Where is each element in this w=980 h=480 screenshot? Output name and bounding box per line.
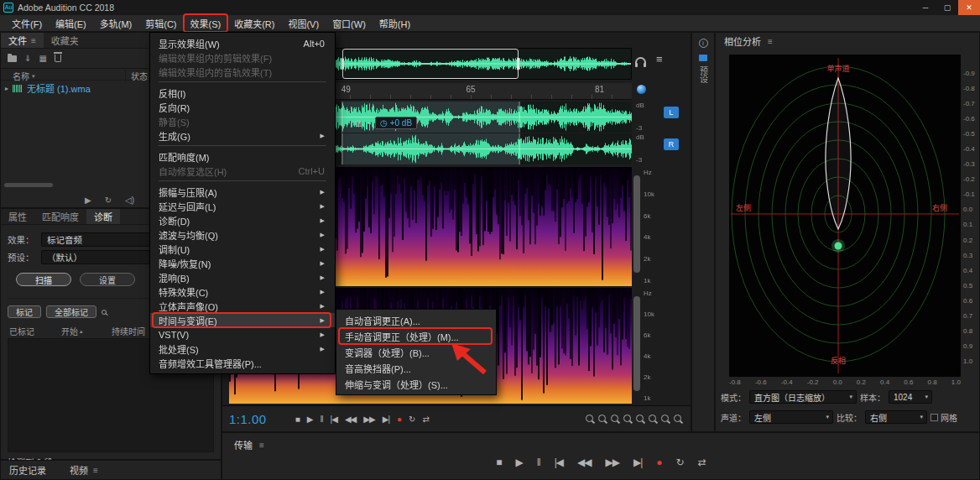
skip-to-end-button[interactable]: ▶| [633,457,642,468]
skip-to-start-button[interactable]: |◀ [331,415,337,424]
hud-gain-control[interactable]: ◷ +0 dB [375,117,417,129]
effects-menu-item[interactable]: 振幅与压限(A)▶ [150,185,335,199]
media-browser-icon[interactable]: ▦ [39,54,46,63]
pitch-submenu-item[interactable]: 自动音调更正(A)... [336,312,496,328]
effects-menu-item[interactable]: 混响(B)▶ [150,270,335,284]
record-button[interactable]: ● [656,457,661,468]
column-name[interactable]: 名称 ▾ [13,70,35,82]
info-icon[interactable]: i [699,39,708,48]
menubar-item-help[interactable]: 帮助(H) [373,15,417,31]
pause-button[interactable]: ‖ [320,415,322,424]
range-left-handle[interactable] [341,58,344,70]
column-status[interactable]: 状态 [125,70,148,82]
effects-menu-item[interactable]: 音频增效工具管理器(P)... [150,356,335,370]
effects-menu-item[interactable]: 时间与变调(E)▶ [150,313,335,327]
effects-menu-item[interactable]: 特殊效果(C)▶ [150,284,335,299]
record-button[interactable]: ● [397,415,401,424]
effects-menu-item[interactable]: VST(V)▶ [150,327,335,342]
preview-loop-button[interactable]: ↻ [105,196,112,205]
search-icon[interactable] [102,310,107,315]
zoom-in-time-button[interactable] [585,414,596,425]
zoom-in-amplitude-button[interactable] [610,414,621,425]
phase-scope[interactable]: 单声道 左侧 右侧 反相 [729,55,961,377]
vertical-scrollbar[interactable] [633,175,640,273]
loop-playback-button[interactable]: ↻ [676,457,684,468]
settings-button[interactable]: 设置 [80,273,135,286]
tab-video[interactable]: 视频 ≡ [70,463,98,477]
effects-menu-item[interactable]: 匹配响度(M) [150,149,335,164]
column-duration[interactable]: 持续时间 [112,325,145,337]
effects-menu-item[interactable]: 反向(R) [150,100,335,114]
preview-play-button[interactable]: ▶ [85,196,91,205]
stop-button[interactable]: ■ [295,415,300,424]
menubar-item-edit[interactable]: 编辑(E) [49,15,93,31]
range-right-handle[interactable] [517,58,519,70]
menubar-item-file[interactable]: 文件(F) [5,15,49,31]
channel-select[interactable]: 左侧 ▾ [749,410,833,424]
rewind-button[interactable]: ◀◀ [345,415,356,424]
import-file-icon[interactable]: ⇓ [24,54,31,63]
vertical-scrollbar[interactable] [633,296,640,391]
shuttle-button[interactable]: ⇄ [422,415,428,424]
fast-forward-button[interactable]: ▶▶ [606,457,619,468]
menubar-item-view[interactable]: 视图(V) [281,15,326,31]
grid-checkbox[interactable] [930,414,938,421]
maximize-button[interactable]: ▢ [936,0,958,15]
mode-select[interactable]: 直方图（日志缩放） ▾ [749,390,857,404]
globe-icon[interactable] [637,85,646,94]
pitch-submenu-item[interactable]: 伸缩与变调（处理）(S)... [336,376,496,392]
effects-menu-item[interactable]: 滤波与均衡(Q)▶ [150,227,335,242]
zoom-full-button[interactable] [673,414,684,425]
tab-properties[interactable]: 属性 [1,209,34,224]
open-file-icon[interactable] [8,55,17,62]
panel-menu-icon[interactable]: ≡ [93,466,98,475]
skip-to-end-button[interactable]: ▶| [383,415,389,424]
tab-match-loudness[interactable]: 匹配响度 [34,209,86,224]
effects-menu-item[interactable]: 降噪/恢复(N)▶ [150,256,335,270]
list-icon[interactable]: ≡ [656,53,663,65]
effects-menu-item[interactable]: 诊断(D)▶ [150,213,335,227]
samples-select[interactable]: 1024 ▾ [889,390,932,404]
menubar-item-effects[interactable]: 效果(S) [184,15,228,31]
volume-knob-icon[interactable]: ◔ [367,119,371,128]
zoom-to-out-point-button[interactable] [648,414,659,425]
expand-chevron-icon[interactable]: ▸ [5,85,8,92]
tab-favorites[interactable]: 收藏夹 [44,33,86,48]
effects-menu-item[interactable]: 延迟与回声(L)▶ [150,199,335,213]
panel-menu-icon[interactable]: ≡ [259,441,264,450]
grid-toggle[interactable]: 网格 [930,411,959,424]
minimize-button[interactable]: ─ [915,0,936,15]
column-start[interactable]: 开始 ▴ [61,325,83,337]
panel-icon[interactable] [699,55,707,61]
close-button[interactable]: ✕ [958,0,980,15]
zoom-out-amplitude-button[interactable] [623,414,633,425]
presets-collapsed-tab[interactable]: 预设 [697,66,710,83]
panel-menu-icon[interactable]: ≡ [768,37,773,46]
tab-files[interactable]: 文件 ≡ [1,33,44,48]
zoom-out-time-button[interactable] [597,414,608,425]
effects-menu-item[interactable]: 调制(U)▶ [150,242,335,256]
horizontal-scrollbar[interactable] [4,183,53,187]
left-channel-button[interactable]: L [664,107,679,118]
scan-button[interactable]: 扫描 [16,273,71,286]
effects-menu-item[interactable]: 编辑效果组内的音轨效果(T) [150,65,335,79]
tab-diagnostics[interactable]: 诊断 [86,209,120,224]
effects-menu-item[interactable]: 反相(I) [150,86,335,100]
mark-button[interactable]: 标记 [8,305,41,318]
rewind-button[interactable]: ◀◀ [577,457,591,468]
fast-forward-button[interactable]: ▶▶ [363,415,374,424]
pause-button[interactable]: ‖ [537,457,540,468]
menubar-item-clip[interactable]: 剪辑(C) [138,15,183,31]
preview-volume-icon[interactable]: ◁) [125,196,134,205]
headphones-icon[interactable] [635,57,646,65]
column-marked[interactable]: 已标记 [9,325,34,337]
effects-menu-item[interactable]: 编辑效果组内的剪辑效果(F) [150,50,335,65]
menubar-item-favorites[interactable]: 收藏夹(R) [227,15,281,31]
tab-history[interactable]: 历史记录 [9,463,46,477]
effects-menu-item[interactable]: 生成(G)▶ [150,128,335,143]
menubar-item-window[interactable]: 窗口(W) [326,15,373,31]
play-button[interactable]: ▶ [307,415,313,424]
zoom-to-in-point-button[interactable] [635,414,646,425]
effects-menu-item[interactable]: 立体声声像(O)▶ [150,299,335,313]
compare-select[interactable]: 右侧 ▾ [865,410,927,424]
